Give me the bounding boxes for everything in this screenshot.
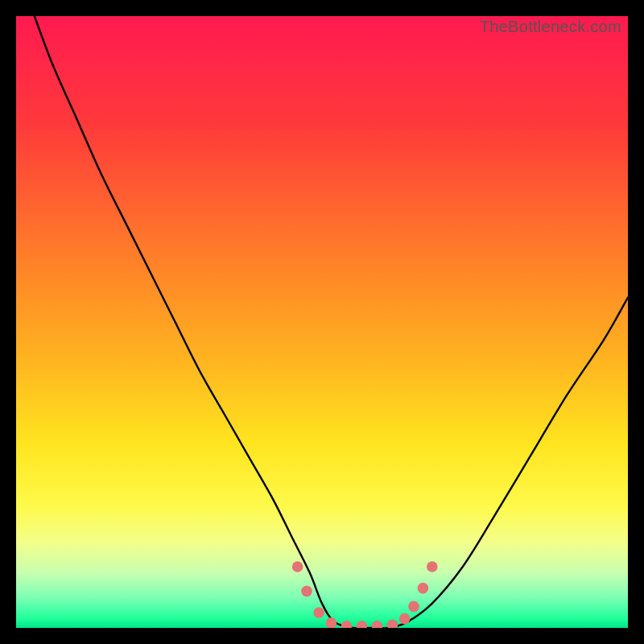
marker-dot	[408, 601, 419, 613]
marker-dot	[427, 561, 438, 572]
outer-frame: TheBottleneck.com	[0, 0, 644, 644]
watermark-text: TheBottleneck.com	[480, 18, 621, 36]
plot-area: TheBottleneck.com	[16, 16, 628, 628]
gradient-background	[16, 16, 628, 628]
chart-svg	[16, 16, 628, 628]
marker-dot	[418, 583, 429, 594]
marker-dot	[399, 613, 411, 625]
marker-dot	[292, 561, 303, 572]
marker-dot	[301, 586, 312, 597]
marker-dot	[313, 607, 324, 618]
